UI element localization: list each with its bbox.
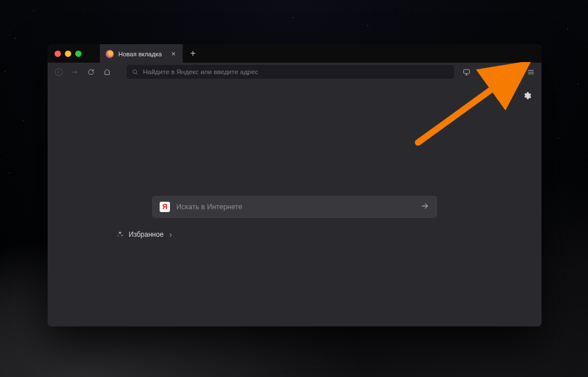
- library-button[interactable]: [475, 64, 490, 79]
- new-tab-button[interactable]: +: [185, 45, 201, 61]
- library-icon: [478, 68, 487, 76]
- new-tab-page: Я Избранное ›: [48, 81, 541, 326]
- svg-point-5: [513, 70, 516, 72]
- navigation-toolbar: [48, 63, 541, 81]
- svg-rect-3: [496, 70, 501, 75]
- sidebar-button[interactable]: [491, 64, 506, 79]
- search-icon: [131, 68, 139, 76]
- window-controls: [51, 51, 87, 57]
- back-button[interactable]: [51, 64, 66, 79]
- minimize-window-button[interactable]: [65, 51, 71, 57]
- customize-page-button[interactable]: [521, 89, 533, 102]
- firefox-favicon-icon: [106, 50, 114, 58]
- account-icon: [510, 68, 519, 76]
- favorites-label: Избранное: [129, 230, 164, 238]
- tab-bar: Новая вкладка × +: [48, 44, 541, 63]
- home-search-box[interactable]: Я: [152, 196, 437, 218]
- tab-close-button[interactable]: ×: [169, 49, 178, 59]
- tab-title: Новая вкладка: [118, 51, 169, 57]
- browser-tab[interactable]: Новая вкладка ×: [100, 44, 183, 63]
- home-button[interactable]: [99, 64, 114, 79]
- sparkle-icon: [116, 230, 124, 238]
- svg-rect-2: [463, 70, 469, 74]
- home-search-input[interactable]: [176, 203, 420, 211]
- svg-point-1: [133, 70, 137, 74]
- account-button[interactable]: [507, 64, 522, 79]
- hamburger-icon: [527, 68, 535, 76]
- save-to-pocket-button[interactable]: [459, 64, 474, 79]
- close-window-button[interactable]: [55, 51, 61, 57]
- svg-point-0: [55, 68, 63, 76]
- favorites-section-toggle[interactable]: Избранное ›: [116, 230, 172, 239]
- gear-icon: [523, 91, 532, 100]
- arrow-right-icon: [420, 201, 430, 211]
- search-go-button[interactable]: [420, 201, 430, 213]
- home-icon: [103, 68, 111, 76]
- sidebar-icon: [494, 68, 503, 76]
- chevron-right-icon: ›: [169, 230, 172, 239]
- reload-button[interactable]: [83, 64, 98, 79]
- browser-window: Новая вкладка × +: [48, 44, 541, 326]
- address-bar[interactable]: [127, 65, 454, 79]
- menu-button[interactable]: [523, 64, 538, 79]
- address-input[interactable]: [143, 68, 450, 75]
- reload-icon: [87, 68, 95, 76]
- forward-arrow-icon: [71, 68, 79, 76]
- maximize-window-button[interactable]: [75, 51, 82, 57]
- screen-icon: [462, 68, 471, 76]
- yandex-logo-icon: Я: [160, 202, 170, 212]
- forward-button[interactable]: [67, 64, 82, 79]
- back-arrow-icon: [55, 68, 63, 76]
